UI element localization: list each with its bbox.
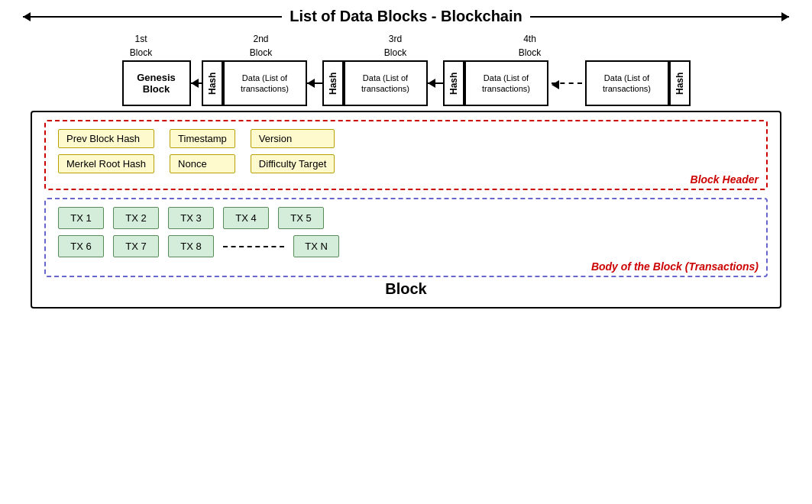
block-2-hash: Hash [202,60,223,106]
block-n-hash: Hash [669,60,691,106]
field-version: Version [251,129,335,148]
block-3-label: 3rdBlock [342,31,449,59]
block-3: Hash Data (List oftransactions) [322,60,428,106]
block-n-data: Data (List oftransactions) [585,60,669,106]
tx-rows: TX 1 TX 2 TX 3 TX 4 TX 5 TX 6 TX 7 TX 8 … [58,207,754,257]
tx-4: TX 4 [223,207,269,229]
title-row: List of Data Blocks - Blockchain [15,8,797,25]
big-block-label: Block [44,280,768,298]
block-2-label: 2ndBlock [208,31,315,59]
block-4-hash: Hash [443,60,464,106]
block-1-label: 1stBlock [107,31,176,59]
field-merkel-root-hash: Merkel Root Hash [58,154,154,173]
genesis-block: GenesisBlock [122,60,191,106]
block-4: Hash Data (List oftransactions) [443,60,548,106]
tx-row-1: TX 1 TX 2 TX 3 TX 4 TX 5 [58,207,754,229]
block-2: Hash Data (List oftransactions) [202,60,307,106]
block-n: Data (List oftransactions) Hash [585,60,691,106]
header-col-3: Version Difficulty Target [251,129,335,173]
tx-n: TX N [293,235,339,257]
blockchain-row: GenesisBlock Hash Data (List oftransacti… [15,60,797,106]
arrow-2 [307,82,322,84]
main-container: List of Data Blocks - Blockchain 1stBloc… [0,0,812,504]
field-prev-block-hash: Prev Block Hash [58,129,154,148]
arrow-3 [428,82,443,84]
tx-dashed [223,246,284,247]
field-nonce: Nonce [170,154,235,173]
page-title: List of Data Blocks - Blockchain [282,8,530,24]
tx-7: TX 7 [113,235,159,257]
tx-row-2: TX 6 TX 7 TX 8 TX N [58,235,754,257]
header-col-1: Prev Block Hash Merkel Root Hash [58,129,154,173]
block-body-label: Body of the Block (Transactions) [591,260,759,273]
header-fields: Prev Block Hash Merkel Root Hash Timesta… [58,129,754,173]
arrow-1 [191,82,202,84]
arrow-dashed [552,82,582,84]
field-timestamp: Timestamp [170,129,235,148]
block-header: Prev Block Hash Merkel Root Hash Timesta… [44,120,768,190]
block-4-data: Data (List oftransactions) [464,60,548,106]
big-block: Prev Block Hash Merkel Root Hash Timesta… [31,111,781,309]
field-difficulty-target: Difficulty Target [251,154,335,173]
block-3-hash: Hash [322,60,344,106]
block-4-label: 4thBlock [477,31,584,59]
block-header-label: Block Header [691,173,759,186]
tx-8: TX 8 [168,235,214,257]
header-col-2: Timestamp Nonce [170,129,235,173]
tx-5: TX 5 [278,207,324,229]
tx-3: TX 3 [168,207,214,229]
tx-6: TX 6 [58,235,104,257]
tx-1: TX 1 [58,207,104,229]
block-3-data: Data (List oftransactions) [344,60,428,106]
block-body: TX 1 TX 2 TX 3 TX 4 TX 5 TX 6 TX 7 TX 8 … [44,198,768,277]
tx-2: TX 2 [113,207,159,229]
block-2-data: Data (List oftransactions) [223,60,307,106]
